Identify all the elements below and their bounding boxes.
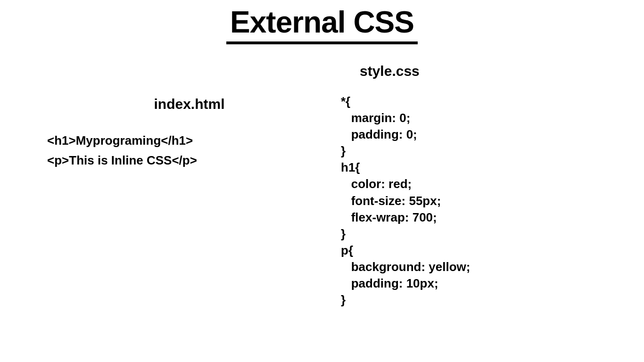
css-code-line-13: padding: 10px; <box>341 275 597 292</box>
css-code-line-1: *{ <box>341 93 597 110</box>
css-code-line-2: margin: 0; <box>341 110 597 126</box>
html-filename: index.html <box>47 96 322 112</box>
css-code-line-14: } <box>341 292 597 308</box>
css-code-line-11: p{ <box>341 242 597 259</box>
css-code-line-12: background: yellow; <box>341 259 597 275</box>
css-code-line-10: } <box>341 226 597 242</box>
css-code-line-9: flex-wrap: 700; <box>341 209 597 226</box>
css-code-line-8: font-size: 55px; <box>341 193 597 209</box>
content-area: index.html <h1>Myprograming</h1> <p>This… <box>0 44 644 308</box>
page-title: External CSS <box>226 5 418 44</box>
html-code-line-1: <h1>Myprograming</h1> <box>47 131 322 151</box>
css-code-line-7: color: red; <box>341 176 597 192</box>
css-code-line-4: } <box>341 143 597 159</box>
right-panel: style.css *{ margin: 0; padding: 0; } h1… <box>322 63 597 308</box>
css-code-line-6: h1{ <box>341 159 597 176</box>
html-code-line-2: <p>This is Inline CSS</p> <box>47 151 322 171</box>
left-panel: index.html <h1>Myprograming</h1> <p>This… <box>47 63 322 308</box>
css-code-line-3: padding: 0; <box>341 126 597 143</box>
css-filename: style.css <box>341 63 597 79</box>
